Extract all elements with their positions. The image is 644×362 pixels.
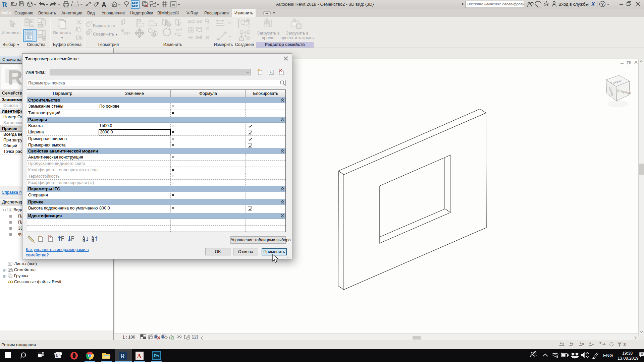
svg-text:Вход в службы: Вход в службы bbox=[558, 2, 589, 7]
svg-text:Autodesk Revit 2018 - Семейст: Autodesk Revit 2018 - Семейство2 - 3D ви… bbox=[276, 2, 374, 7]
svg-text:?: ? bbox=[601, 2, 604, 7]
svg-text:λ: λ bbox=[56, 354, 58, 358]
svg-text:A: A bbox=[137, 353, 142, 360]
svg-text:X: X bbox=[591, 1, 595, 7]
svg-text:Введите ключевое слово/фразу: Введите ключевое слово/фразу bbox=[467, 2, 525, 6]
svg-text:ENG: ENG bbox=[603, 353, 613, 358]
svg-text:19:38: 19:38 bbox=[622, 351, 633, 356]
svg-text::0: :0 bbox=[623, 342, 626, 347]
svg-text:AL: AL bbox=[270, 71, 273, 74]
svg-text:R: R bbox=[120, 353, 125, 360]
svg-text:R: R bbox=[8, 66, 22, 88]
svg-text:A: A bbox=[102, 1, 106, 8]
svg-text:R: R bbox=[2, 0, 8, 9]
svg-text:Ps: Ps bbox=[154, 353, 159, 358]
svg-text:Я: Я bbox=[83, 239, 85, 243]
svg-text:Я: Я bbox=[92, 239, 94, 243]
svg-text:13.08.2019: 13.08.2019 bbox=[618, 356, 639, 361]
